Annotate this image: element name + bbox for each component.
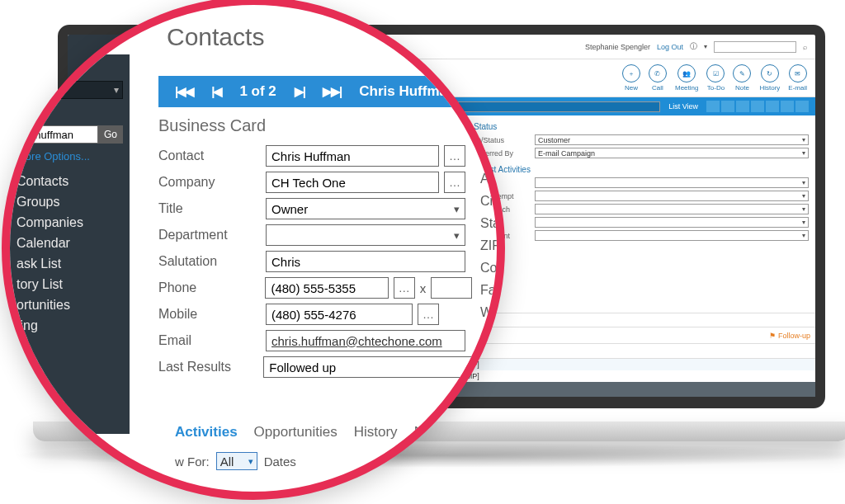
nav-opportunities[interactable]: ortunities [17,298,123,313]
pager-contact-name: Chris Huffman [359,83,456,100]
showfor-label: w For: [175,455,210,469]
new-button[interactable]: ＋New [622,64,640,92]
tab-history[interactable]: History [354,424,398,440]
pager-position: 1 of 2 [239,83,276,100]
contact-input[interactable]: Chris Huffman [266,145,439,167]
showfor-select[interactable]: All▾ [216,452,257,470]
company-lookup-button[interactable]: … [444,172,465,193]
latest-activities-heading: Latest Activities [474,165,809,174]
toolbar-icon[interactable] [706,101,720,112]
list-view-tab[interactable]: List View [662,101,705,112]
dates-label: Dates [264,455,296,469]
contact-label: Contact [158,148,266,163]
first-icon[interactable]: |◀◀ [175,84,193,99]
phone-label: Phone [158,280,265,295]
global-search-input[interactable] [714,41,796,53]
email-input[interactable]: chris.huffman@chtechone.com [266,330,465,351]
page-title: Contacts [167,23,264,51]
bottom-filter-row: w For: All▾ Dates [175,452,296,470]
search-input[interactable] [17,125,98,144]
activity-select[interactable]: ▾ [535,204,809,214]
nav-calendar[interactable]: Calendar [17,236,123,251]
activity-select[interactable]: ▾ [535,217,809,228]
title-label: Title [158,201,266,216]
status-col: Status ID/StatusCustomer▾ Referred ByE-m… [474,122,809,306]
mobile-lookup-button[interactable]: … [418,304,439,325]
note-button[interactable]: ✎Note [733,64,751,92]
sidebar-nav: Contacts Groups Companies Calendar ask L… [17,174,123,354]
toolbar-icon[interactable] [736,101,749,112]
chevron-down-icon[interactable]: ▾ [704,43,707,50]
tab-opportunities[interactable]: Opportunities [254,424,338,440]
activity-select[interactable]: ▾ [535,191,809,201]
todo-button[interactable]: ☑To-Do [706,64,725,92]
logout-link[interactable]: Log Out [657,43,683,51]
follow-up-flag[interactable]: ⚑ Follow-up [769,332,810,340]
help-icon[interactable]: ⓘ [690,41,697,52]
go-button[interactable]: Go [98,125,123,144]
meeting-button[interactable]: 👥Meeting [675,64,698,92]
title-select[interactable]: Owner▾ [266,198,465,219]
company-input[interactable]: CH Tech One [266,172,439,193]
idstatus-select[interactable]: Customer▾ [535,134,809,145]
search-icon[interactable]: ⌕ [803,43,807,51]
nav-historylist[interactable]: tory List [17,277,123,292]
call-button[interactable]: ✆Call [649,64,667,92]
email-button[interactable]: ✉E-mail [788,64,807,92]
magnifier-overlay: Contacts d: ▾ ains: Go More Options... C… [2,0,505,500]
ext-label: x [420,281,427,295]
salutation-input[interactable]: Chris [266,251,465,272]
current-user: Stephanie Spengler [585,43,650,51]
department-label: Department [158,228,266,243]
business-card-title: Business Card [158,116,472,135]
nav-item[interactable]: ting [17,318,123,333]
activity-select[interactable]: ▾ [535,177,809,188]
email-label: Email [158,333,266,348]
lastresults-input[interactable]: Followed up [263,356,472,378]
business-card-form: Business Card Contact Chris Huffman … Co… [158,116,472,383]
phone-lookup-button[interactable]: … [394,277,415,299]
next-icon[interactable]: ▶| [295,84,304,99]
phone-ext-input[interactable] [431,277,472,299]
state-label: State [480,216,505,231]
lastresults-label: Last Results [158,360,263,374]
contains-label: ains: [17,107,123,120]
mobile-label: Mobile [158,307,266,322]
prev-icon[interactable]: |◀ [211,84,221,99]
company-label: Company [158,175,266,190]
last-icon[interactable]: ▶▶| [323,84,341,99]
activity-select[interactable]: ▾ [535,230,809,241]
sidebar-panel: d: ▾ ains: Go More Options... Contacts G… [10,54,130,434]
nav-contacts[interactable]: Contacts [17,174,123,189]
toolbar-icon[interactable] [721,101,734,112]
status-heading: Status [474,122,809,131]
toolbar-icon[interactable] [781,101,794,112]
department-select[interactable]: ▾ [266,224,465,246]
toolbar-icon[interactable] [751,101,764,112]
nav-item[interactable]: ct [17,339,123,354]
toolbar-icon[interactable] [795,101,809,112]
toolbar-icon[interactable] [766,101,779,112]
zip-label: ZIP [480,238,505,253]
tab-activities[interactable]: Activities [175,424,238,440]
history-button[interactable]: ↻History [759,64,780,92]
nav-tasklist[interactable]: ask List [17,257,123,271]
phone-input[interactable]: (480) 555-5355 [265,277,388,299]
idstatus-label: ID/Status [474,136,531,144]
nav-companies[interactable]: Companies [17,215,123,230]
salutation-label: Salutation [158,254,266,269]
nav-groups[interactable]: Groups [17,195,123,210]
more-options-link[interactable]: More Options... [17,150,123,163]
field-select[interactable]: ▾ [17,81,123,99]
country-label: Country [480,261,505,276]
contact-lookup-button[interactable]: … [444,145,465,167]
mobile-input[interactable]: (480) 555-4276 [266,304,413,325]
referred-select[interactable]: E-mail Campaign▾ [535,148,809,158]
